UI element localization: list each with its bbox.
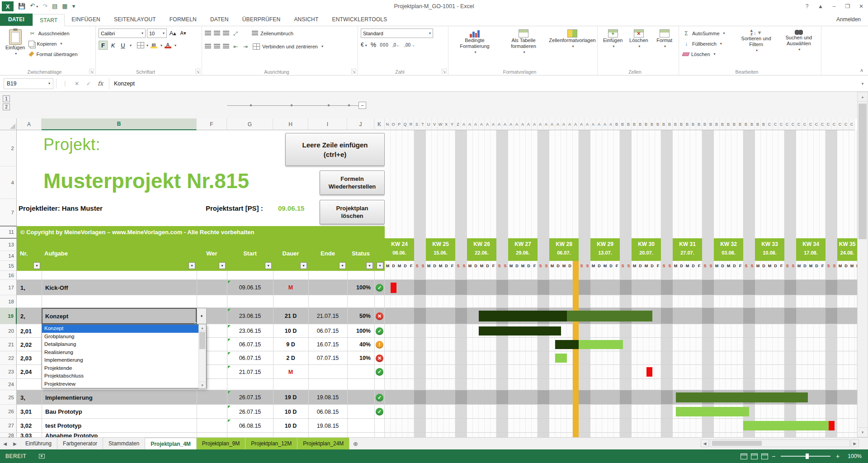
macro-record-icon[interactable] bbox=[39, 454, 45, 458]
column-header[interactable]: X bbox=[443, 118, 449, 130]
italic-button[interactable]: K bbox=[108, 41, 118, 50]
outline-level-button[interactable]: 1 bbox=[3, 95, 10, 102]
column-header[interactable]: C bbox=[767, 118, 773, 130]
hscroll-right-icon[interactable]: ▶ bbox=[851, 439, 859, 447]
column-header[interactable]: O bbox=[391, 118, 396, 130]
column-header[interactable]: B bbox=[673, 118, 679, 130]
insert-cells-button[interactable]: + Einfügen▾ bbox=[600, 28, 625, 68]
help-icon[interactable]: ? bbox=[800, 1, 814, 12]
name-box[interactable]: B19▾ bbox=[4, 78, 53, 89]
tab-datei[interactable]: DATEI bbox=[0, 14, 33, 26]
fill-color-icon[interactable]: ▧ bbox=[149, 41, 158, 50]
currency-format-icon[interactable]: €▾ bbox=[361, 42, 367, 48]
font-color-icon[interactable]: A bbox=[163, 41, 172, 50]
orientation-icon[interactable]: ⤢ bbox=[232, 30, 239, 37]
save-icon[interactable]: 💾 bbox=[18, 1, 25, 11]
dropdown-item[interactable]: Projektreview bbox=[42, 380, 198, 388]
column-header[interactable]: A bbox=[485, 118, 491, 130]
row-header-21[interactable]: 21 bbox=[0, 338, 17, 351]
column-header[interactable]: B bbox=[620, 118, 626, 130]
column-header[interactable]: A bbox=[532, 118, 538, 130]
ribbon-display-options-icon[interactable]: ▲ bbox=[814, 1, 827, 12]
tab-scroll-left-icon[interactable]: ◀ bbox=[0, 438, 10, 449]
filter-button-F[interactable]: ▾ bbox=[219, 262, 226, 269]
tab-scroll-right-icon[interactable]: ▶ bbox=[10, 438, 20, 449]
column-header[interactable]: A bbox=[502, 118, 508, 130]
column-header[interactable]: U bbox=[426, 118, 432, 130]
column-header-K[interactable]: K bbox=[374, 118, 385, 130]
row-header-24[interactable]: 24 bbox=[0, 379, 17, 390]
formula-content[interactable]: Konzept bbox=[109, 78, 857, 89]
column-header[interactable]: C bbox=[802, 118, 808, 130]
column-header[interactable]: B bbox=[690, 118, 696, 130]
row-header-13[interactable]: 13 bbox=[0, 238, 17, 251]
thousands-format-icon[interactable]: 000 bbox=[380, 43, 389, 47]
close-icon[interactable]: ✕ bbox=[854, 1, 868, 12]
row-header-2[interactable]: 2 bbox=[0, 130, 17, 166]
column-header[interactable]: B bbox=[749, 118, 755, 130]
expand-formula-bar-icon[interactable]: ▾ bbox=[857, 81, 868, 86]
row-header-26[interactable]: 26 bbox=[0, 405, 17, 419]
tab-entwicklertools[interactable]: ENTWICKLERTOOLS bbox=[325, 14, 394, 26]
customize-quick-access-chevron[interactable]: ▾ bbox=[72, 1, 75, 11]
filter-button-A[interactable]: ▾ bbox=[33, 262, 40, 269]
column-header[interactable]: C bbox=[796, 118, 802, 130]
column-header[interactable]: B bbox=[720, 118, 726, 130]
column-header[interactable]: A bbox=[590, 118, 596, 130]
conditional-formatting-button[interactable]: Bedingte Formatierung▾ bbox=[451, 28, 498, 68]
vscroll-up-icon[interactable]: ▴ bbox=[857, 92, 868, 102]
column-header[interactable]: B bbox=[714, 118, 720, 130]
format-as-table-button[interactable]: Als Tabelle formatieren▾ bbox=[500, 28, 547, 68]
row-header-25[interactable]: 25 bbox=[0, 390, 17, 405]
copy-button[interactable]: Kopieren▾ bbox=[28, 39, 78, 48]
dropdown-item[interactable]: Realisierung bbox=[42, 349, 198, 357]
sheet-tab-einführung[interactable]: Einführung bbox=[20, 438, 57, 449]
dropdown-scroll-thumb[interactable] bbox=[199, 332, 205, 349]
sheet-tab-projektplan_4m[interactable]: Projektplan_4M bbox=[145, 438, 197, 449]
column-header-F[interactable]: F bbox=[197, 118, 227, 130]
column-header[interactable]: A bbox=[538, 118, 543, 130]
column-header-A[interactable]: A bbox=[17, 118, 42, 130]
percent-format-icon[interactable]: % bbox=[371, 41, 376, 48]
column-header[interactable]: B bbox=[761, 118, 767, 130]
column-header[interactable]: A bbox=[602, 118, 608, 130]
column-header[interactable]: A bbox=[467, 118, 473, 130]
row-header-7[interactable]: 7 bbox=[0, 199, 17, 226]
sheet-tab-projektplan_9m[interactable]: Projektplan_9M bbox=[197, 438, 245, 449]
tab-einfügen[interactable]: EINFÜGEN bbox=[65, 14, 107, 26]
column-header[interactable]: B bbox=[708, 118, 714, 130]
column-header[interactable]: C bbox=[778, 118, 784, 130]
filter-button-H[interactable]: ▾ bbox=[300, 262, 307, 269]
column-header[interactable]: C bbox=[837, 118, 843, 130]
dialog-launcher-icon[interactable]: ↘ bbox=[351, 69, 356, 74]
row-header-28[interactable]: 28 bbox=[0, 433, 17, 437]
column-header[interactable]: C bbox=[790, 118, 796, 130]
column-header[interactable]: W bbox=[438, 118, 443, 130]
column-header[interactable]: A bbox=[496, 118, 502, 130]
format-cells-button[interactable]: Format▾ bbox=[652, 28, 677, 68]
column-header-J[interactable]: J bbox=[347, 118, 374, 130]
normal-view-icon[interactable] bbox=[741, 454, 747, 459]
bold-button[interactable]: F bbox=[99, 41, 108, 50]
dropdown-item[interactable]: Detailplanung bbox=[42, 340, 198, 349]
column-header[interactable]: B bbox=[614, 118, 620, 130]
column-header[interactable]: A bbox=[520, 118, 526, 130]
tab-seitenlayout[interactable]: SEITENLAYOUT bbox=[107, 14, 163, 26]
dropdown-item[interactable]: Projektende bbox=[42, 364, 198, 373]
confirm-entry-icon[interactable]: ✓ bbox=[83, 80, 94, 87]
row-header-19[interactable]: 19 bbox=[0, 308, 17, 324]
column-header[interactable]: B bbox=[649, 118, 655, 130]
tab-formeln[interactable]: FORMELN bbox=[163, 14, 203, 26]
fill-button[interactable]: ↓Füllbereich▾ bbox=[682, 39, 734, 48]
column-header[interactable]: C bbox=[808, 118, 814, 130]
column-header[interactable]: B bbox=[726, 118, 731, 130]
column-header[interactable]: A bbox=[561, 118, 567, 130]
row-header-18[interactable]: 18 bbox=[0, 295, 17, 308]
vscroll-thumb[interactable] bbox=[859, 104, 867, 239]
row-header-27[interactable]: 27 bbox=[0, 419, 17, 433]
column-header[interactable]: C bbox=[820, 118, 826, 130]
column-header[interactable]: A bbox=[596, 118, 602, 130]
column-header[interactable]: A bbox=[555, 118, 561, 130]
column-header[interactable]: A bbox=[461, 118, 467, 130]
column-header[interactable]: A bbox=[526, 118, 532, 130]
